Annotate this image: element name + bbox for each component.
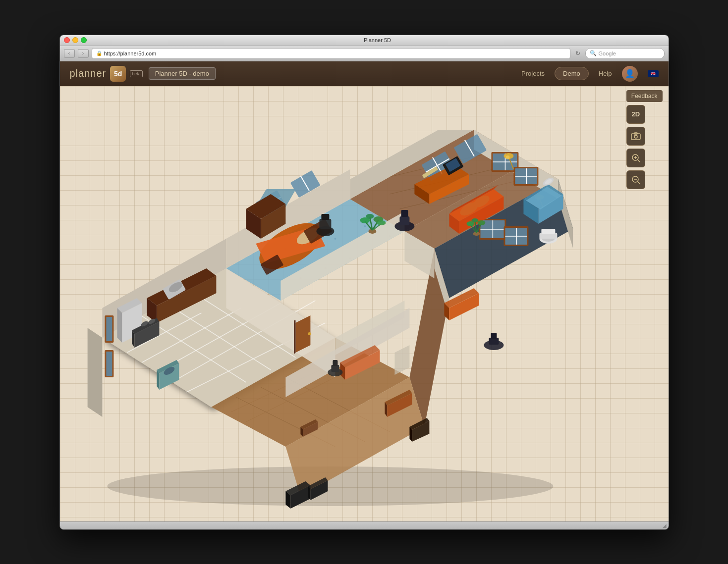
feedback-button[interactable]: Feedback — [626, 90, 663, 102]
close-button[interactable] — [64, 37, 70, 43]
svg-marker-110 — [294, 320, 295, 354]
projects-nav-link[interactable]: Projects — [521, 70, 545, 77]
logo-area: planner 5d beta — [70, 66, 143, 82]
search-icon: 🔍 — [590, 50, 597, 56]
beta-badge: beta — [130, 70, 143, 77]
svg-rect-173 — [491, 333, 497, 339]
zoom-out-button[interactable] — [626, 170, 645, 189]
svg-rect-119 — [401, 210, 408, 217]
demo-button[interactable]: Demo — [555, 67, 589, 80]
svg-rect-163 — [333, 360, 337, 366]
svg-point-145 — [466, 221, 474, 226]
window-title: Planner 5D — [91, 37, 665, 43]
logo-icon: 5d — [110, 66, 126, 82]
address-bar[interactable]: 🔒 https://planner5d.com — [92, 48, 570, 59]
svg-point-128 — [377, 220, 386, 225]
browser-chrome: ‹ › 🔒 https://planner5d.com ↻ 🔍 Google — [60, 46, 669, 61]
zoom-in-button[interactable] — [626, 149, 645, 167]
forward-button[interactable]: › — [78, 49, 89, 58]
svg-marker-36 — [87, 328, 102, 417]
main-canvas[interactable]: Feedback 2D — [60, 86, 669, 521]
app-header: planner 5d beta Planner 5D - demo Projec… — [60, 61, 669, 86]
url-text: https://planner5d.com — [104, 51, 157, 56]
svg-rect-85 — [319, 219, 331, 229]
window-bottom: ◢ — [60, 521, 669, 529]
svg-marker-96 — [117, 308, 122, 343]
screenshot-button[interactable] — [626, 127, 645, 146]
mac-window: Planner 5D ‹ › 🔒 https://planner5d.com ↻… — [59, 35, 669, 530]
svg-point-19 — [364, 225, 366, 227]
language-flag-icon[interactable]: 🇬🇧 — [648, 70, 659, 77]
svg-marker-104 — [157, 370, 159, 390]
svg-rect-78 — [106, 352, 112, 376]
svg-rect-118 — [399, 216, 409, 225]
svg-point-127 — [366, 214, 374, 219]
right-panel: Feedback 2D — [626, 90, 663, 189]
user-avatar[interactable]: 👤 — [622, 66, 638, 82]
svg-rect-76 — [106, 317, 112, 341]
svg-line-195 — [638, 182, 640, 184]
view-2d-button[interactable]: 2D — [626, 105, 645, 124]
svg-point-14 — [334, 238, 336, 240]
svg-rect-186 — [631, 134, 640, 140]
minimize-button[interactable] — [72, 37, 78, 43]
svg-marker-167 — [394, 345, 409, 375]
svg-point-187 — [634, 135, 637, 138]
svg-rect-162 — [331, 365, 339, 372]
back-button[interactable]: ‹ — [64, 49, 75, 58]
svg-line-192 — [638, 160, 640, 162]
header-nav: Projects Demo Help 👤 🇬🇧 — [521, 66, 658, 82]
title-bar: Planner 5D — [60, 35, 669, 46]
svg-rect-172 — [489, 338, 499, 345]
svg-rect-157 — [541, 229, 555, 234]
secure-icon: 🔒 — [96, 51, 102, 56]
svg-point-131 — [505, 155, 509, 159]
help-nav-link[interactable]: Help — [599, 70, 612, 77]
traffic-lights — [64, 37, 87, 43]
logo-text: planner — [70, 68, 107, 79]
maximize-button[interactable] — [81, 37, 87, 43]
svg-point-108 — [308, 332, 311, 335]
search-placeholder: Google — [599, 51, 616, 56]
floor-plan — [87, 130, 573, 516]
svg-rect-86 — [321, 214, 329, 220]
resize-grip[interactable]: ◢ — [663, 523, 667, 528]
svg-point-147 — [471, 218, 478, 222]
search-bar[interactable]: 🔍 Google — [585, 48, 665, 59]
svg-point-146 — [477, 220, 485, 225]
refresh-button[interactable]: ↻ — [573, 49, 582, 58]
project-name-button[interactable]: Planner 5D - demo — [149, 67, 216, 80]
